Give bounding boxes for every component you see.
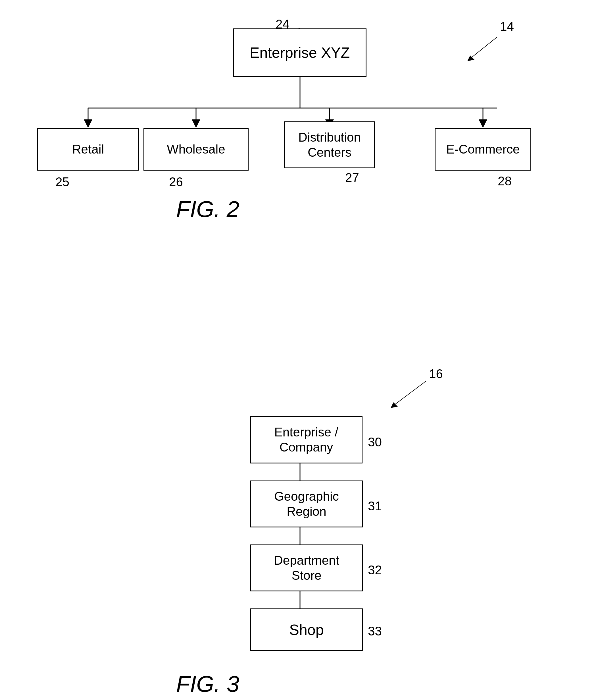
fig2-label: FIG. 2 bbox=[176, 196, 239, 222]
retail-box: Retail bbox=[37, 128, 139, 171]
ref-28: 28 bbox=[498, 174, 512, 188]
ecommerce-label: E-Commerce bbox=[446, 142, 520, 157]
shop-label: Shop bbox=[289, 621, 323, 639]
svg-line-16 bbox=[392, 381, 426, 406]
department-store-label: Department Store bbox=[274, 553, 339, 583]
enterprise-company-box: Enterprise / Company bbox=[250, 416, 363, 464]
distribution-box: Distribution Centers bbox=[284, 121, 375, 168]
svg-marker-9 bbox=[479, 119, 487, 128]
diagram-lines bbox=[0, 0, 600, 700]
ref-14: 14 bbox=[500, 19, 514, 33]
retail-label: Retail bbox=[72, 142, 104, 157]
ref-26: 26 bbox=[169, 175, 183, 189]
ref-30: 30 bbox=[368, 435, 382, 449]
geographic-region-label: Geographic Region bbox=[274, 489, 339, 519]
wholesale-box: Wholesale bbox=[144, 128, 249, 171]
svg-marker-12 bbox=[467, 55, 474, 61]
ecommerce-box: E-Commerce bbox=[435, 128, 531, 171]
enterprise-xyz-label: Enterprise XYZ bbox=[250, 44, 350, 61]
geographic-region-box: Geographic Region bbox=[250, 480, 363, 527]
department-store-box: Department Store bbox=[250, 545, 363, 592]
enterprise-xyz-box: Enterprise XYZ bbox=[233, 28, 366, 77]
svg-marker-17 bbox=[391, 402, 398, 408]
svg-marker-5 bbox=[192, 119, 200, 128]
svg-marker-3 bbox=[84, 119, 92, 128]
ref-31: 31 bbox=[368, 499, 382, 513]
enterprise-company-label: Enterprise / Company bbox=[275, 425, 338, 455]
distribution-label: Distribution Centers bbox=[298, 130, 361, 160]
wholesale-label: Wholesale bbox=[167, 142, 225, 157]
ref-27: 27 bbox=[345, 171, 359, 185]
ref-32: 32 bbox=[368, 563, 382, 577]
ref-16: 16 bbox=[429, 367, 443, 381]
svg-line-11 bbox=[469, 37, 497, 60]
shop-box: Shop bbox=[250, 608, 363, 651]
ref-25: 25 bbox=[55, 175, 69, 189]
ref-33: 33 bbox=[368, 624, 382, 638]
fig3-label: FIG. 3 bbox=[176, 671, 239, 697]
page-container: 24 14 Enterprise XYZ Retail 25 Wholesale… bbox=[0, 0, 600, 700]
